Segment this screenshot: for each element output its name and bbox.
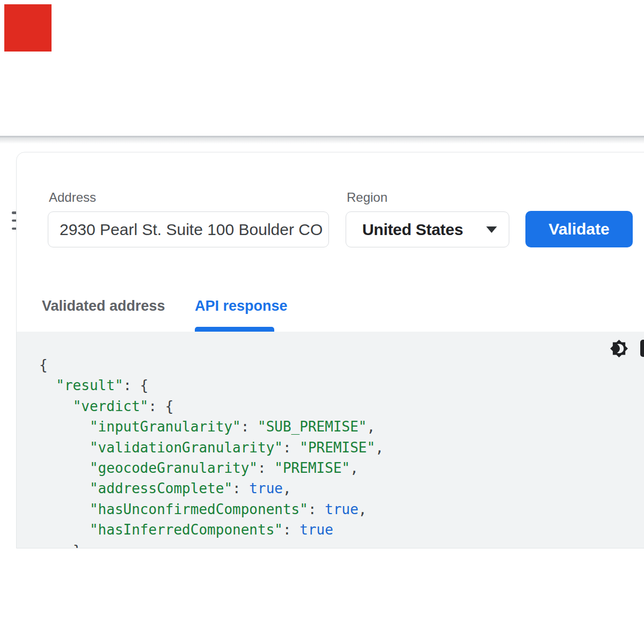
- code-line: "hasInferredComponents": true: [39, 519, 384, 540]
- code-line: "geocodeGranularity": "PREMISE",: [39, 458, 384, 478]
- app-header: GoogleMaps Platform English: [0, 102, 644, 136]
- clipped-toolbar-icon[interactable]: [640, 340, 644, 357]
- page: { "decor": { "red_square_color": "#e02b2…: [0, 0, 644, 644]
- validate-button[interactable]: Validate: [525, 211, 633, 247]
- region-value: United States: [362, 221, 486, 239]
- header-shadow: [0, 137, 644, 144]
- dark-mode-toggle-button[interactable]: [608, 337, 630, 360]
- code-line: {: [39, 355, 384, 375]
- brightness-icon: [610, 339, 628, 358]
- active-tab-underline: [195, 327, 274, 332]
- tab-validated-address[interactable]: Validated address: [42, 298, 165, 314]
- code-line: "verdict": {: [39, 396, 384, 416]
- region-select[interactable]: United States: [346, 211, 509, 247]
- code-block: { "result": { "verdict": { "inputGranula…: [39, 355, 384, 548]
- code-line: "inputGranularity": "SUB_PREMISE",: [39, 416, 384, 437]
- address-label: Address: [49, 190, 96, 205]
- address-input[interactable]: [48, 211, 329, 247]
- code-line: "hasUnconfirmedComponents": true,: [39, 499, 384, 519]
- region-label: Region: [347, 190, 387, 205]
- validation-card: Address Region United States Validate Va…: [16, 152, 644, 548]
- code-line: }: [39, 540, 384, 548]
- code-line: "result": {: [39, 375, 384, 396]
- caret-down-icon: [486, 226, 497, 233]
- tab-api-response[interactable]: API response: [195, 298, 288, 314]
- api-response-panel: { "result": { "verdict": { "inputGranula…: [17, 332, 644, 548]
- code-line: "addressComplete": true,: [39, 478, 384, 499]
- red-square: [4, 4, 52, 52]
- code-line: "validationGranularity": "PREMISE",: [39, 437, 384, 458]
